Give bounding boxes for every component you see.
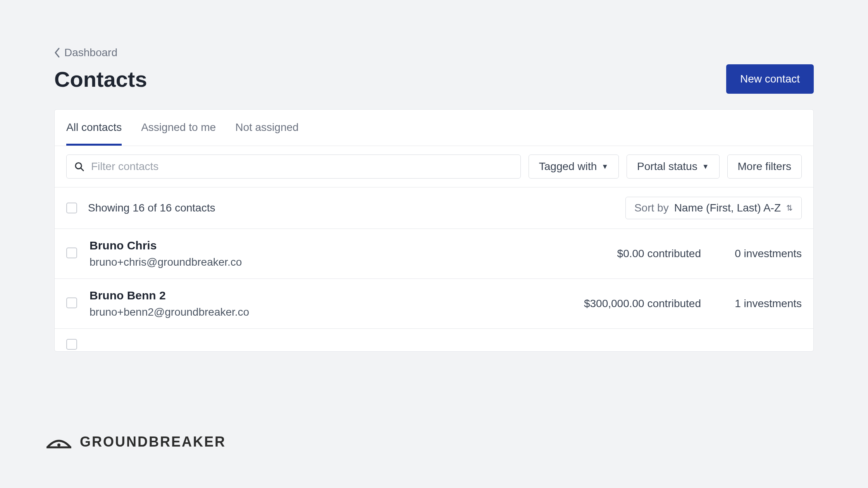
groundbreaker-icon (46, 434, 71, 450)
sort-select[interactable]: Sort by Name (First, Last) A-Z ⇅ (625, 197, 802, 219)
tab-all-contacts[interactable]: All contacts (66, 121, 122, 146)
select-all-checkbox[interactable] (66, 203, 77, 213)
svg-line-1 (81, 168, 83, 171)
contact-name: Bruno Chris (90, 239, 546, 252)
tab-assigned-to-me[interactable]: Assigned to me (141, 121, 216, 146)
contact-row[interactable]: Bruno Chris bruno+chris@groundbreaker.co… (55, 229, 813, 279)
portal-status-label: Portal status (637, 160, 698, 173)
more-filters-label: More filters (738, 160, 791, 173)
sort-arrows-icon: ⇅ (786, 203, 793, 213)
contact-name: Bruno Benn 2 (90, 289, 546, 302)
tagged-with-label: Tagged with (539, 160, 597, 173)
new-contact-button[interactable]: New contact (726, 64, 814, 94)
filter-contacts-input[interactable] (91, 160, 513, 173)
portal-status-filter[interactable]: Portal status ▼ (627, 155, 719, 179)
sort-value: Name (First, Last) A-Z (674, 202, 781, 214)
sort-prefix: Sort by (634, 202, 669, 214)
svg-point-3 (57, 443, 60, 447)
contact-investments: 0 investments (701, 247, 802, 260)
brand-logo: GROUNDBREAKER (46, 434, 226, 450)
page-title: Contacts (54, 67, 147, 92)
search-icon (74, 162, 84, 172)
contact-row-partial (55, 329, 813, 351)
contact-investments: 1 investments (701, 297, 802, 310)
contact-email: bruno+chris@groundbreaker.co (90, 256, 546, 268)
tab-not-assigned[interactable]: Not assigned (235, 121, 298, 146)
chevron-left-icon (54, 48, 60, 58)
row-checkbox[interactable] (66, 297, 77, 308)
caret-down-icon: ▼ (702, 163, 709, 171)
filters-row: Tagged with ▼ Portal status ▼ More filte… (55, 146, 813, 187)
contact-contributed: $300,000.00 contributed (546, 297, 701, 310)
tagged-with-filter[interactable]: Tagged with ▼ (529, 155, 619, 179)
row-checkbox[interactable] (66, 339, 77, 350)
contact-row[interactable]: Bruno Benn 2 bruno+benn2@groundbreaker.c… (55, 279, 813, 329)
contact-email: bruno+benn2@groundbreaker.co (90, 306, 546, 318)
summary-row: Showing 16 of 16 contacts Sort by Name (… (55, 187, 813, 229)
caret-down-icon: ▼ (601, 163, 608, 171)
search-wrap (66, 155, 521, 179)
breadcrumb-label: Dashboard (64, 46, 117, 59)
contact-contributed: $0.00 contributed (546, 247, 701, 260)
brand-name: GROUNDBREAKER (80, 434, 226, 450)
breadcrumb-dashboard[interactable]: Dashboard (54, 46, 117, 59)
fade-overlay (54, 364, 814, 387)
showing-count: Showing 16 of 16 contacts (88, 202, 215, 214)
row-checkbox[interactable] (66, 247, 77, 258)
tabs-bar: All contacts Assigned to me Not assigned (55, 110, 813, 146)
contacts-panel: All contacts Assigned to me Not assigned… (54, 109, 814, 352)
more-filters-button[interactable]: More filters (727, 155, 802, 179)
